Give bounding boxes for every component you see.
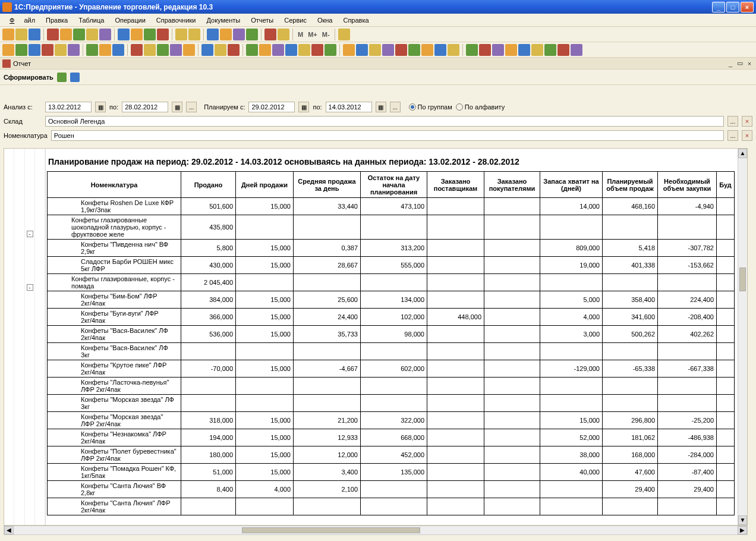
toolbar-print-icon[interactable] — [86, 29, 98, 40]
toolbar-icon[interactable] — [544, 44, 556, 56]
vertical-scrollbar[interactable]: ▲ ▼ — [738, 149, 747, 525]
analyze-from-input[interactable] — [45, 102, 92, 112]
calendar-icon[interactable]: ▦ — [172, 102, 182, 112]
table-row[interactable]: Сладости Барби РОШЕН микс 5кг ЛФР430,000… — [48, 257, 735, 274]
table-row[interactable]: Конфеты "Ласточка-певунья" ЛФР 2кг/4пак — [48, 378, 735, 395]
toolbar-icon[interactable] — [220, 29, 232, 40]
menu-service[interactable]: Сервис — [279, 15, 311, 26]
toolbar-icon[interactable] — [228, 44, 240, 56]
menu-file[interactable]: Файл — [5, 15, 40, 26]
toolbar-icon[interactable] — [369, 44, 381, 56]
tab-minimize-button[interactable]: _ — [726, 59, 735, 68]
export-icon[interactable] — [57, 73, 67, 82]
toolbar-settings-icon[interactable] — [338, 29, 350, 40]
window-maximize-button[interactable]: □ — [726, 2, 739, 12]
menu-help[interactable]: Справка — [338, 15, 373, 26]
toolbar-undo-icon[interactable] — [175, 29, 187, 40]
scroll-left-icon[interactable]: ◀ — [4, 526, 14, 534]
toolbar-icon[interactable] — [246, 44, 258, 56]
scroll-right-icon[interactable]: ▶ — [738, 526, 747, 534]
generate-button[interactable]: Сформировать — [4, 74, 53, 81]
plan-from-input[interactable] — [248, 102, 295, 112]
table-row[interactable]: Конфеты "Бим-Бом" ЛФР 2кг/4пак384,00015,… — [48, 291, 735, 309]
table-row[interactable]: Конфеты "Буги-вуги" ЛФР 2кг/4пак366,0001… — [48, 309, 735, 326]
tab-restore-button[interactable]: ▭ — [736, 59, 744, 68]
toolbar-icon[interactable] — [395, 44, 407, 56]
toolbar-icon[interactable] — [492, 44, 504, 56]
toolbar-find-icon[interactable] — [118, 29, 130, 40]
toolbar-icon[interactable] — [131, 29, 143, 40]
toolbar-icon[interactable] — [325, 44, 336, 56]
toolbar-icon[interactable] — [15, 44, 27, 56]
toolbar-icon[interactable] — [343, 44, 355, 56]
toolbar-icon[interactable] — [356, 44, 368, 56]
toolbar-preview-icon[interactable] — [99, 29, 111, 40]
toolbar-cut-icon[interactable] — [47, 29, 59, 40]
toolbar-icon[interactable] — [29, 44, 40, 56]
calendar-icon[interactable]: ▦ — [298, 102, 309, 112]
toolbar-icon[interactable] — [99, 44, 111, 56]
menu-table[interactable]: Таблица — [74, 15, 109, 26]
menu-windows[interactable]: Окна — [313, 15, 338, 26]
toolbar-icon[interactable] — [207, 29, 219, 40]
table-row[interactable]: Конфеты глазированные шоколадной глазурь… — [48, 215, 735, 240]
toolbar-copy-icon[interactable] — [60, 29, 72, 40]
table-row[interactable]: Конфеты "Вася-Василек" ЛФ 3кг — [48, 343, 735, 360]
menu-references[interactable]: Справочники — [152, 15, 201, 26]
toolbar-icon[interactable] — [42, 44, 53, 56]
toolbar-mminus[interactable]: M- — [320, 31, 332, 38]
warehouse-input[interactable] — [45, 116, 724, 127]
toolbar-icon[interactable] — [112, 44, 124, 56]
toolbar-paste-icon[interactable] — [73, 29, 85, 40]
table-row[interactable]: Конфеты "Помадка Рошен" КФ, 1кг/5пак51,0… — [48, 464, 735, 481]
menu-documents[interactable]: Документы — [201, 15, 245, 26]
menu-operations[interactable]: Операции — [110, 15, 150, 26]
table-row[interactable]: Конфеты "Морская звезда" ЛФР 2кг/4пак318… — [48, 412, 735, 429]
menu-reports[interactable]: Отчеты — [246, 15, 278, 26]
toolbar-m[interactable]: M — [296, 31, 305, 38]
toolbar-icon[interactable] — [448, 44, 459, 56]
toolbar-icon[interactable] — [311, 44, 323, 56]
toolbar-icon[interactable] — [55, 44, 67, 56]
toolbar-icon[interactable] — [272, 44, 284, 56]
toolbar-calc-icon[interactable] — [278, 29, 289, 40]
toolbar-icon[interactable] — [466, 44, 478, 56]
scroll-up-icon[interactable]: ▲ — [738, 149, 747, 158]
toolbar-icon[interactable] — [421, 44, 433, 56]
toolbar-icon[interactable] — [2, 44, 14, 56]
table-row[interactable]: Конфеты "Незнакомка" ЛФР 2кг/4пак194,000… — [48, 429, 735, 446]
toolbar-icon[interactable] — [131, 44, 143, 56]
table-row[interactable]: Конфеты глазированные, корпус - помада2 … — [48, 274, 735, 291]
settings-icon[interactable] — [70, 73, 80, 82]
scroll-thumb[interactable] — [242, 527, 420, 533]
collapse-marker-icon[interactable]: - — [27, 231, 33, 237]
period-select-button-2[interactable]: ... — [390, 102, 401, 112]
horizontal-scrollbar[interactable]: ◀ ▶ — [4, 526, 748, 535]
calendar-icon[interactable]: ▦ — [376, 102, 386, 112]
toolbar-open-icon[interactable] — [15, 29, 27, 40]
toolbar-icon[interactable] — [170, 44, 182, 56]
table-row[interactable]: Конфеты "Санта Лючия" ЛФР 2кг/4пак — [48, 498, 735, 515]
toolbar-icon[interactable] — [259, 44, 271, 56]
calendar-icon[interactable]: ▦ — [95, 102, 106, 112]
toolbar-icon[interactable] — [382, 44, 394, 56]
toolbar-icon[interactable] — [233, 29, 245, 40]
toolbar-icon[interactable] — [531, 44, 543, 56]
toolbar-new-icon[interactable] — [2, 29, 14, 40]
toolbar-icon[interactable] — [408, 44, 420, 56]
table-row[interactable]: Конфеты "Полет буревестника" ЛФР 2кг/4па… — [48, 446, 735, 464]
table-row[interactable]: Конфеты "Морская звезда" ЛФ 3кг — [48, 395, 735, 412]
toolbar-icon[interactable] — [86, 44, 98, 56]
table-row[interactable]: Конфеты Roshen De Luxe КФР 1,9кг/3пак501… — [48, 198, 735, 215]
toolbar-icon[interactable] — [285, 44, 297, 56]
plan-to-input[interactable] — [326, 102, 372, 112]
nomenclature-clear-button[interactable]: × — [742, 130, 752, 141]
radio-by-alpha[interactable] — [456, 103, 463, 111]
table-row[interactable]: Конфеты "Санта Лючия" ВФ 2,8кг8,4004,000… — [48, 481, 735, 498]
toolbar-icon[interactable] — [264, 29, 276, 40]
tab-close-button[interactable]: × — [745, 59, 754, 68]
table-row[interactable]: Конфеты "Вася-Василек" ЛФ 2кг/4пак536,00… — [48, 326, 735, 343]
toolbar-icon[interactable] — [557, 44, 569, 56]
window-close-button[interactable]: × — [741, 2, 754, 12]
toolbar-icon[interactable] — [246, 29, 258, 40]
